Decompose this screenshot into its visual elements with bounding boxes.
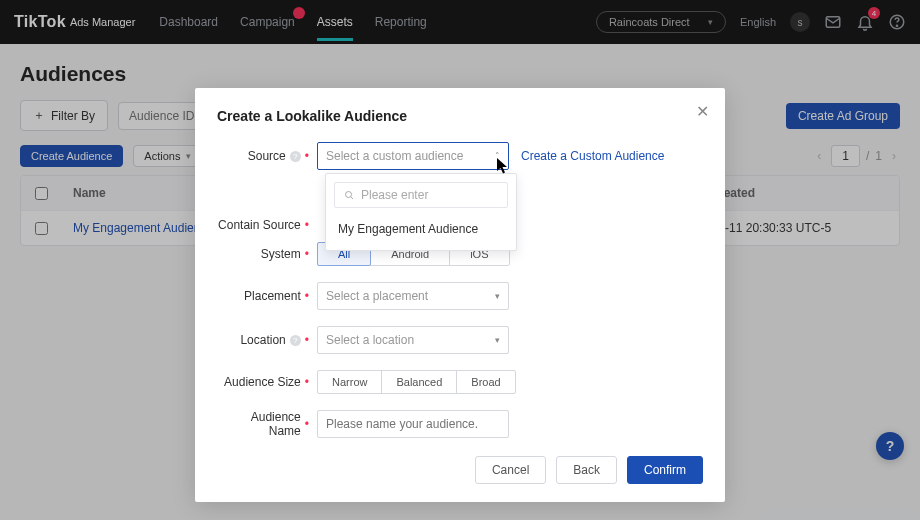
label-location: Location	[240, 333, 285, 347]
placement-placeholder: Select a placement	[326, 289, 428, 303]
chevron-down-icon: ▾	[495, 291, 500, 301]
label-audience-name: Audience Name	[217, 410, 301, 438]
confirm-button[interactable]: Confirm	[627, 456, 703, 484]
chevron-up-icon: ˄	[495, 151, 500, 161]
required-marker: •	[305, 289, 309, 303]
row-audience-size: Audience Size • Narrow Balanced Broad	[217, 370, 703, 394]
row-source: Source ? • Select a custom audience ˄ Cr…	[217, 142, 703, 170]
lookalike-modal: Create a Lookalike Audience ✕ Source ? •…	[195, 88, 725, 502]
label-system: System	[261, 247, 301, 261]
required-marker: •	[305, 417, 309, 431]
info-icon: ?	[290, 151, 301, 162]
close-icon[interactable]: ✕	[696, 102, 709, 121]
dropdown-search-placeholder: Please enter	[361, 188, 428, 202]
label-contain-source: Contain Source	[218, 218, 301, 232]
label-placement: Placement	[244, 289, 301, 303]
chevron-down-icon: ▾	[495, 335, 500, 345]
create-custom-audience-link[interactable]: Create a Custom Audience	[521, 149, 664, 163]
modal-title: Create a Lookalike Audience	[217, 108, 703, 124]
audience-name-input[interactable]	[317, 410, 509, 438]
label-source: Source	[248, 149, 286, 163]
dropdown-item[interactable]: My Engagement Audience	[334, 216, 508, 242]
dropdown-search[interactable]: Please enter	[334, 182, 508, 208]
placement-select[interactable]: Select a placement ▾	[317, 282, 509, 310]
location-select[interactable]: Select a location ▾	[317, 326, 509, 354]
size-option-broad[interactable]: Broad	[456, 370, 515, 394]
row-placement: Placement • Select a placement ▾	[217, 282, 703, 310]
row-location: Location ? • Select a location ▾	[217, 326, 703, 354]
back-button[interactable]: Back	[556, 456, 617, 484]
required-marker: •	[305, 375, 309, 389]
source-placeholder: Select a custom audience	[326, 149, 463, 163]
info-icon: ?	[290, 335, 301, 346]
size-segmented: Narrow Balanced Broad	[317, 370, 516, 394]
source-select[interactable]: Select a custom audience ˄	[317, 142, 509, 170]
search-icon	[343, 189, 355, 201]
label-audience-size: Audience Size	[224, 375, 301, 389]
required-marker: •	[305, 218, 309, 232]
size-option-narrow[interactable]: Narrow	[317, 370, 382, 394]
required-marker: •	[305, 333, 309, 347]
location-placeholder: Select a location	[326, 333, 414, 347]
modal-footer: Cancel Back Confirm	[217, 456, 703, 484]
required-marker: •	[305, 149, 309, 163]
source-dropdown: Please enter My Engagement Audience	[325, 173, 517, 251]
required-marker: •	[305, 247, 309, 261]
size-option-balanced[interactable]: Balanced	[381, 370, 457, 394]
modal-overlay: Create a Lookalike Audience ✕ Source ? •…	[0, 0, 920, 520]
row-audience-name: Audience Name •	[217, 410, 703, 438]
svg-point-3	[346, 192, 352, 198]
cancel-button[interactable]: Cancel	[475, 456, 546, 484]
